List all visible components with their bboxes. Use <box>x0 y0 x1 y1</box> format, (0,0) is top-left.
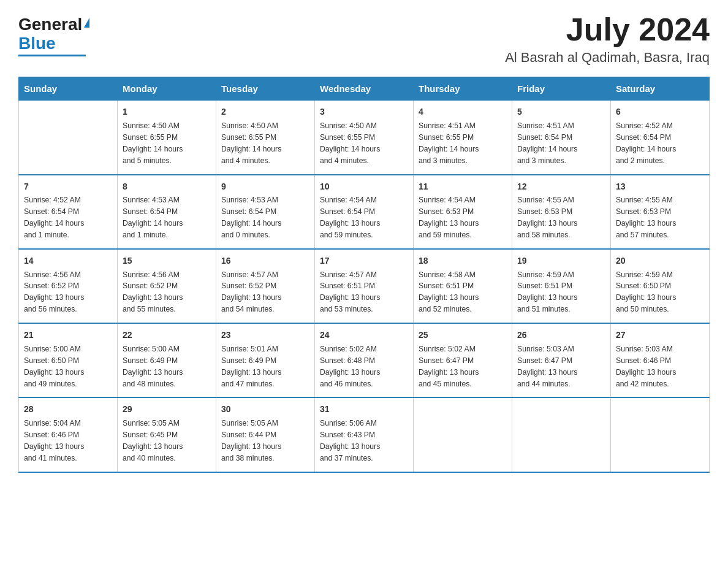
calendar-cell: 19Sunrise: 4:59 AM Sunset: 6:51 PM Dayli… <box>512 249 611 323</box>
calendar-cell: 16Sunrise: 4:57 AM Sunset: 6:52 PM Dayli… <box>216 249 315 323</box>
calendar-cell: 14Sunrise: 4:56 AM Sunset: 6:52 PM Dayli… <box>19 249 118 323</box>
day-number: 3 <box>320 105 408 119</box>
calendar-cell: 18Sunrise: 4:58 AM Sunset: 6:51 PM Dayli… <box>414 249 512 323</box>
day-number: 25 <box>419 329 507 342</box>
day-info: Sunrise: 4:51 AM Sunset: 6:54 PM Dayligh… <box>517 120 605 167</box>
day-number: 5 <box>517 105 605 119</box>
day-info: Sunrise: 4:52 AM Sunset: 6:54 PM Dayligh… <box>24 194 112 241</box>
day-info: Sunrise: 4:56 AM Sunset: 6:52 PM Dayligh… <box>24 269 112 316</box>
day-number: 26 <box>517 329 605 342</box>
calendar-cell: 17Sunrise: 4:57 AM Sunset: 6:51 PM Dayli… <box>315 249 414 323</box>
calendar-cell: 31Sunrise: 5:06 AM Sunset: 6:43 PM Dayli… <box>315 397 414 472</box>
calendar-cell: 28Sunrise: 5:04 AM Sunset: 6:46 PM Dayli… <box>19 397 118 472</box>
day-number: 17 <box>320 255 408 268</box>
calendar-cell: 3Sunrise: 4:50 AM Sunset: 6:55 PM Daylig… <box>315 101 414 175</box>
day-of-week-thursday: Thursday <box>414 77 512 101</box>
calendar-cell: 4Sunrise: 4:51 AM Sunset: 6:55 PM Daylig… <box>414 101 512 175</box>
day-info: Sunrise: 4:54 AM Sunset: 6:53 PM Dayligh… <box>419 194 507 241</box>
calendar-cell <box>512 397 611 472</box>
day-info: Sunrise: 4:55 AM Sunset: 6:53 PM Dayligh… <box>616 194 704 241</box>
day-info: Sunrise: 5:03 AM Sunset: 6:46 PM Dayligh… <box>616 343 704 390</box>
day-info: Sunrise: 5:04 AM Sunset: 6:46 PM Dayligh… <box>24 418 112 464</box>
calendar-cell <box>19 101 118 175</box>
calendar-cell: 11Sunrise: 4:54 AM Sunset: 6:53 PM Dayli… <box>414 175 512 249</box>
day-number: 23 <box>221 329 309 342</box>
day-info: Sunrise: 4:59 AM Sunset: 6:50 PM Dayligh… <box>616 269 704 316</box>
day-number: 19 <box>517 255 605 268</box>
day-number: 10 <box>320 180 408 194</box>
calendar-cell: 7Sunrise: 4:52 AM Sunset: 6:54 PM Daylig… <box>19 175 118 249</box>
day-number: 4 <box>419 105 507 119</box>
calendar-cell: 1Sunrise: 4:50 AM Sunset: 6:55 PM Daylig… <box>118 101 216 175</box>
day-info: Sunrise: 4:56 AM Sunset: 6:52 PM Dayligh… <box>123 269 211 316</box>
calendar-cell: 12Sunrise: 4:55 AM Sunset: 6:53 PM Dayli… <box>512 175 611 249</box>
calendar-cell: 24Sunrise: 5:02 AM Sunset: 6:48 PM Dayli… <box>315 323 414 397</box>
calendar-cell: 15Sunrise: 4:56 AM Sunset: 6:52 PM Dayli… <box>118 249 216 323</box>
day-number: 7 <box>24 180 112 194</box>
calendar-week-2: 7Sunrise: 4:52 AM Sunset: 6:54 PM Daylig… <box>19 175 710 249</box>
calendar-week-4: 21Sunrise: 5:00 AM Sunset: 6:50 PM Dayli… <box>19 323 710 397</box>
calendar-cell: 10Sunrise: 4:54 AM Sunset: 6:54 PM Dayli… <box>315 175 414 249</box>
day-number: 2 <box>221 105 309 119</box>
day-info: Sunrise: 4:57 AM Sunset: 6:52 PM Dayligh… <box>221 269 309 316</box>
calendar-cell: 8Sunrise: 4:53 AM Sunset: 6:54 PM Daylig… <box>118 175 216 249</box>
day-number: 28 <box>24 403 112 416</box>
calendar-week-5: 28Sunrise: 5:04 AM Sunset: 6:46 PM Dayli… <box>19 397 710 472</box>
calendar-cell: 13Sunrise: 4:55 AM Sunset: 6:53 PM Dayli… <box>611 175 710 249</box>
day-of-week-wednesday: Wednesday <box>315 77 414 101</box>
day-info: Sunrise: 5:03 AM Sunset: 6:47 PM Dayligh… <box>517 343 605 390</box>
calendar-body: 1Sunrise: 4:50 AM Sunset: 6:55 PM Daylig… <box>19 101 710 472</box>
day-number: 14 <box>24 255 112 268</box>
calendar-cell <box>611 397 710 472</box>
logo-underline <box>18 55 86 56</box>
calendar-week-3: 14Sunrise: 4:56 AM Sunset: 6:52 PM Dayli… <box>19 249 710 323</box>
day-number: 29 <box>123 403 211 416</box>
day-of-week-friday: Friday <box>512 77 611 101</box>
day-info: Sunrise: 5:02 AM Sunset: 6:48 PM Dayligh… <box>320 343 408 390</box>
days-of-week-row: SundayMondayTuesdayWednesdayThursdayFrid… <box>19 77 710 101</box>
day-number: 24 <box>320 329 408 342</box>
day-info: Sunrise: 5:05 AM Sunset: 6:45 PM Dayligh… <box>123 418 211 464</box>
day-number: 15 <box>123 255 211 268</box>
calendar-cell: 6Sunrise: 4:52 AM Sunset: 6:54 PM Daylig… <box>611 101 710 175</box>
day-number: 18 <box>419 255 507 268</box>
day-info: Sunrise: 4:53 AM Sunset: 6:54 PM Dayligh… <box>221 194 309 241</box>
day-info: Sunrise: 4:59 AM Sunset: 6:51 PM Dayligh… <box>517 269 605 316</box>
day-number: 31 <box>320 403 408 416</box>
calendar-cell: 29Sunrise: 5:05 AM Sunset: 6:45 PM Dayli… <box>118 397 216 472</box>
calendar-week-1: 1Sunrise: 4:50 AM Sunset: 6:55 PM Daylig… <box>19 101 710 175</box>
logo-blue-text: Blue <box>18 34 56 53</box>
day-of-week-saturday: Saturday <box>611 77 710 101</box>
day-number: 20 <box>616 255 704 268</box>
day-of-week-monday: Monday <box>118 77 216 101</box>
day-info: Sunrise: 5:01 AM Sunset: 6:49 PM Dayligh… <box>221 343 309 390</box>
calendar-cell: 26Sunrise: 5:03 AM Sunset: 6:47 PM Dayli… <box>512 323 611 397</box>
calendar-header: SundayMondayTuesdayWednesdayThursdayFrid… <box>19 77 710 101</box>
day-info: Sunrise: 4:50 AM Sunset: 6:55 PM Dayligh… <box>320 120 408 167</box>
day-info: Sunrise: 4:55 AM Sunset: 6:53 PM Dayligh… <box>517 194 605 241</box>
day-number: 21 <box>24 329 112 342</box>
day-number: 22 <box>123 329 211 342</box>
calendar-table: SundayMondayTuesdayWednesdayThursdayFrid… <box>18 77 710 473</box>
logo-triangle-icon <box>84 18 89 28</box>
day-of-week-sunday: Sunday <box>19 77 118 101</box>
day-info: Sunrise: 4:53 AM Sunset: 6:54 PM Dayligh… <box>123 194 211 241</box>
location-title: Al Basrah al Qadimah, Basra, Iraq <box>505 50 710 66</box>
calendar-cell: 5Sunrise: 4:51 AM Sunset: 6:54 PM Daylig… <box>512 101 611 175</box>
day-info: Sunrise: 5:00 AM Sunset: 6:49 PM Dayligh… <box>123 343 211 390</box>
day-info: Sunrise: 4:50 AM Sunset: 6:55 PM Dayligh… <box>221 120 309 167</box>
day-info: Sunrise: 4:52 AM Sunset: 6:54 PM Dayligh… <box>616 120 704 167</box>
day-of-week-tuesday: Tuesday <box>216 77 315 101</box>
day-number: 27 <box>616 329 704 342</box>
day-info: Sunrise: 4:51 AM Sunset: 6:55 PM Dayligh… <box>419 120 507 167</box>
day-info: Sunrise: 5:00 AM Sunset: 6:50 PM Dayligh… <box>24 343 112 390</box>
calendar-cell: 27Sunrise: 5:03 AM Sunset: 6:46 PM Dayli… <box>611 323 710 397</box>
calendar-cell: 30Sunrise: 5:05 AM Sunset: 6:44 PM Dayli… <box>216 397 315 472</box>
day-number: 8 <box>123 180 211 194</box>
logo-general-text: General <box>18 15 82 34</box>
calendar-cell: 2Sunrise: 4:50 AM Sunset: 6:55 PM Daylig… <box>216 101 315 175</box>
day-info: Sunrise: 4:57 AM Sunset: 6:51 PM Dayligh… <box>320 269 408 316</box>
day-number: 11 <box>419 180 507 194</box>
day-info: Sunrise: 4:58 AM Sunset: 6:51 PM Dayligh… <box>419 269 507 316</box>
day-number: 9 <box>221 180 309 194</box>
